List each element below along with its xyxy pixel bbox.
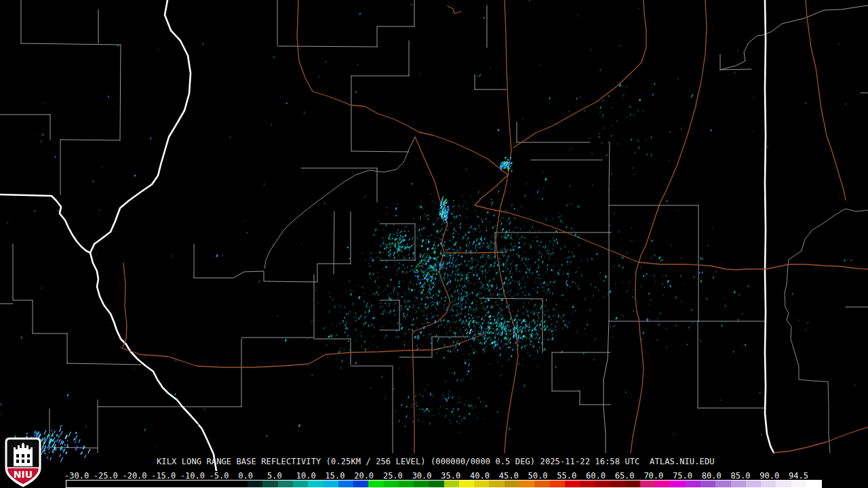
colorbar-cell (776, 481, 791, 487)
colorbar-cell (444, 481, 459, 487)
radar-screen: KILX LONG RANGE BASE REFLECTIVITY (0.25K… (0, 0, 868, 488)
colorbar-cell (233, 481, 248, 487)
colorbar-cell (474, 481, 489, 487)
colorbar-tick-label: 60.0 (586, 471, 606, 481)
colorbar-tick-label: 85.0 (731, 471, 751, 481)
colorbar-cell (172, 481, 187, 487)
colorbar-tick-label: 0.0 (238, 471, 253, 481)
colorbar-tick-label: 35.0 (441, 471, 460, 481)
colorbar-tick-label: 5.0 (267, 471, 282, 481)
colorbar-cell (580, 481, 595, 487)
colorbar-cell (338, 481, 353, 487)
colorbar-cell (262, 481, 277, 487)
colorbar-cell (323, 481, 338, 487)
colorbar-tick-label: -10.0 (180, 471, 205, 481)
colorbar-tick-label: 70.0 (644, 471, 663, 481)
colorbar-cell (610, 481, 625, 487)
colorbar-cell (595, 481, 610, 487)
colorbar-tick-label: -25.0 (94, 471, 118, 481)
colorbar-cell (519, 481, 534, 487)
colorbar-cell (157, 481, 172, 487)
colorbar-tick-label: -15.0 (151, 471, 176, 481)
colorbar-cell (368, 481, 383, 487)
colorbar-tick-label: 15.0 (325, 471, 344, 481)
colorbar-tick-label: 45.0 (499, 471, 519, 481)
colorbar-cell (202, 481, 217, 487)
colorbar-tick-label: 80.0 (702, 471, 722, 481)
colorbar-cell (701, 481, 715, 487)
colorbar-cell (218, 481, 233, 487)
colorbar-cell (655, 481, 670, 487)
niu-logo: NIU (4, 437, 42, 488)
colorbar-cell (806, 481, 821, 487)
colorbar-cell (112, 481, 127, 487)
colorbar-cell (671, 481, 686, 487)
colorbar-tick-label: 30.0 (412, 471, 432, 481)
colorbar-cell (414, 481, 429, 487)
colorbar-cell (248, 481, 262, 487)
colorbar-tick-label: 20.0 (354, 471, 374, 481)
colorbar-cell (142, 481, 157, 487)
colorbar-cell (489, 481, 504, 487)
colorbar-tick-label: 40.0 (470, 471, 490, 481)
colorbar-cell (746, 481, 761, 487)
colorbar-tick-label: 94.5 (789, 471, 808, 481)
product-caption: KILX LONG RANGE BASE REFLECTIVITY (0.25K… (157, 457, 715, 466)
colorbar-cell (459, 481, 474, 487)
colorbar-tick-label: 65.0 (615, 471, 635, 481)
colorbar-tick-label: 90.0 (760, 471, 779, 481)
colorbar-cell (686, 481, 701, 487)
colorbar-tick-label: -30.0 (64, 471, 89, 481)
colorbar-cell (625, 481, 640, 487)
colorbar-cell (715, 481, 730, 487)
niu-logo-text: NIU (14, 469, 33, 480)
colorbar-cell (384, 481, 399, 487)
radar-map (0, 0, 868, 471)
colorbar-cell (534, 481, 549, 487)
colorbar-cell (66, 481, 81, 487)
colorbar-cell (97, 481, 112, 487)
colorbar-tick-label: -5.0 (210, 471, 229, 481)
colorbar-cell (353, 481, 368, 487)
colorbar-cell (505, 481, 519, 487)
colorbar-cell (81, 481, 96, 487)
colorbar-cell (550, 481, 565, 487)
colorbar-tick-label: 55.0 (557, 471, 576, 481)
colorbar-cell (187, 481, 202, 487)
colorbar-tick-label: 10.0 (296, 471, 316, 481)
colorbar-cell (429, 481, 443, 487)
colorbar-tick-label: 50.0 (528, 471, 548, 481)
colorbar-tick-label: 25.0 (383, 471, 403, 481)
colorbar-cell (731, 481, 746, 487)
colorbar-cell (127, 481, 142, 487)
colorbar-cell (278, 481, 293, 487)
colorbar-cell (791, 481, 806, 487)
reflectivity-colorbar (66, 480, 822, 488)
colorbar-cell (399, 481, 414, 487)
colorbar-cell (565, 481, 580, 487)
colorbar-cell (293, 481, 308, 487)
colorbar-tick-label: 75.0 (673, 471, 692, 481)
colorbar-cell (640, 481, 655, 487)
colorbar-cell (761, 481, 776, 487)
colorbar-tick-label: -20.0 (122, 471, 146, 481)
colorbar-cell (308, 481, 323, 487)
